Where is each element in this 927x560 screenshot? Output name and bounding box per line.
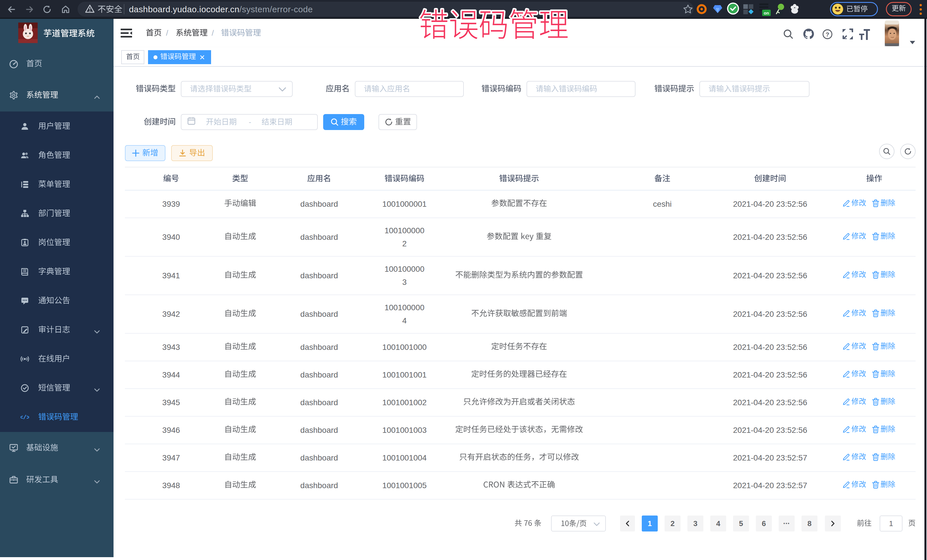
svg-text:on: on	[764, 11, 769, 15]
svg-text:?: ?	[826, 31, 830, 38]
svg-text:</>: </>	[21, 414, 29, 421]
